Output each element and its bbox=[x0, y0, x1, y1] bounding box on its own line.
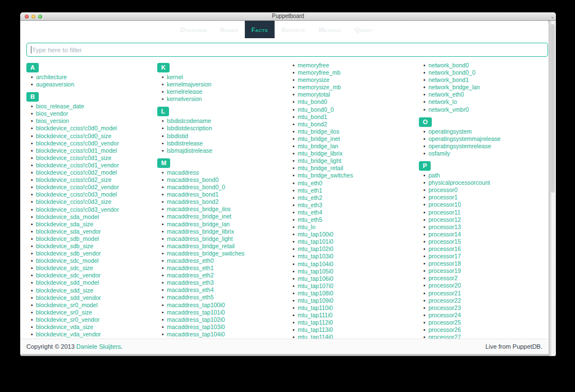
scrollbar-thumb[interactable] bbox=[550, 24, 555, 193]
fact-link[interactable]: blockdevice_sdd_size bbox=[36, 287, 93, 294]
fact-link[interactable]: processor21 bbox=[428, 290, 461, 297]
fact-link[interactable]: network_lo bbox=[428, 98, 457, 106]
fact-link[interactable]: lsbdistid bbox=[167, 133, 188, 140]
fact-link[interactable]: processor17 bbox=[428, 253, 461, 260]
fact-link[interactable]: macaddress_eth3 bbox=[167, 279, 213, 286]
fact-link[interactable]: blockdevice_cciss!c0d2_vendor bbox=[36, 184, 119, 191]
fact-link[interactable]: mtu_eth5 bbox=[298, 216, 322, 224]
fact-link[interactable]: network_bond0_0 bbox=[428, 69, 475, 76]
fact-link[interactable]: macaddress bbox=[167, 169, 199, 176]
fact-link[interactable]: mtu_tap112i0 bbox=[298, 319, 333, 326]
fact-link[interactable]: mtu_bond2 bbox=[298, 121, 327, 128]
fact-link[interactable]: processor25 bbox=[428, 319, 461, 326]
fact-link[interactable]: augeasversion bbox=[36, 81, 74, 88]
fact-link[interactable]: operatingsystem bbox=[428, 128, 472, 135]
fact-link[interactable]: processor26 bbox=[428, 326, 461, 334]
tab-facts[interactable]: Facts bbox=[245, 21, 275, 38]
fact-link[interactable]: mtu_bridge_ilos bbox=[298, 128, 339, 135]
filter-input[interactable] bbox=[26, 43, 548, 57]
fact-link[interactable]: bios_vendor bbox=[36, 110, 68, 117]
fact-link[interactable]: mtu_eth1 bbox=[298, 187, 322, 194]
fact-link[interactable]: mtu_bond0 bbox=[298, 98, 327, 106]
fact-link[interactable]: processor12 bbox=[428, 216, 461, 224]
fact-link[interactable]: macaddress_eth5 bbox=[167, 294, 213, 301]
fact-link[interactable]: blockdevice_cciss!c0d3_vendor bbox=[36, 206, 119, 213]
fact-link[interactable]: kernelversion bbox=[167, 95, 202, 103]
fact-link[interactable]: processor20 bbox=[428, 282, 461, 289]
fact-link[interactable]: processor2 bbox=[428, 275, 458, 282]
fact-link[interactable]: macaddress_bond1 bbox=[167, 191, 218, 198]
navbar-brand[interactable]: Puppetboard bbox=[118, 25, 168, 34]
fact-link[interactable]: processor16 bbox=[428, 245, 461, 253]
fact-link[interactable]: lsbdistrelease bbox=[167, 140, 203, 147]
fact-link[interactable]: processor27 bbox=[428, 334, 461, 339]
tab-metrics[interactable]: Metrics bbox=[312, 21, 348, 38]
fact-link[interactable]: processor1 bbox=[428, 194, 458, 201]
fact-link[interactable]: blockdevice_cciss!c0d2_model bbox=[36, 169, 117, 176]
fact-link[interactable]: blockdevice_cciss!c0d1_vendor bbox=[36, 162, 119, 169]
fact-link[interactable]: macaddress_eth1 bbox=[167, 265, 213, 272]
fact-link[interactable]: kernelrelease bbox=[167, 88, 202, 95]
fact-link[interactable]: blockdevice_vda_size bbox=[36, 323, 93, 331]
author-link[interactable]: Daniele Sluijters bbox=[76, 343, 121, 350]
fact-link[interactable]: processor10 bbox=[428, 201, 461, 208]
fact-link[interactable]: operatingsystemrelease bbox=[428, 143, 491, 150]
fact-link[interactable]: processor11 bbox=[428, 209, 460, 216]
fact-link[interactable]: bios_version bbox=[36, 117, 69, 125]
fact-link[interactable]: mtu_eth0 bbox=[298, 180, 322, 187]
fact-link[interactable]: memoryfree bbox=[298, 62, 329, 69]
fact-link[interactable]: macaddress_bridge_retail bbox=[167, 243, 235, 250]
fact-link[interactable]: macaddress_bridge_lan bbox=[167, 221, 230, 228]
fact-link[interactable]: network_bridge_lan bbox=[428, 84, 480, 91]
fact-link[interactable]: mtu_tap101i0 bbox=[298, 238, 334, 245]
fact-link[interactable]: blockdevice_sdd_model bbox=[36, 279, 99, 286]
fact-link[interactable]: blockdevice_sdc_vendor bbox=[36, 272, 101, 279]
fact-link[interactable]: macaddress_eth0 bbox=[167, 257, 213, 265]
fact-link[interactable]: blockdevice_cciss!c0d3_model bbox=[36, 191, 117, 198]
fact-link[interactable]: lsbdistdescription bbox=[167, 125, 212, 132]
fact-link[interactable]: blockdevice_sdd_vendor bbox=[36, 294, 101, 302]
fact-link[interactable]: mtu_bond1 bbox=[298, 113, 327, 121]
fact-link[interactable]: osfamily bbox=[428, 150, 450, 157]
tab-reports[interactable]: Reports bbox=[275, 21, 312, 38]
fact-link[interactable]: network_bond1 bbox=[428, 76, 469, 84]
fact-link[interactable]: mtu_bridge_librix bbox=[298, 150, 343, 157]
fact-link[interactable]: macaddress_eth2 bbox=[167, 272, 213, 279]
fact-link[interactable]: mtu_tap114i0 bbox=[298, 334, 333, 339]
fact-link[interactable]: processor22 bbox=[428, 297, 461, 304]
fact-link[interactable]: processor24 bbox=[428, 312, 461, 319]
fact-link[interactable]: macaddress_tap105i0 bbox=[167, 338, 225, 339]
fact-link[interactable]: mtu_bridge_retail bbox=[298, 165, 343, 172]
scrollbar[interactable] bbox=[549, 21, 556, 356]
fact-link[interactable]: processor18 bbox=[428, 260, 461, 267]
fact-link[interactable]: blockdevice_sda_size bbox=[36, 221, 93, 228]
fact-link[interactable]: blockdevice_vdb_size bbox=[36, 338, 93, 339]
fact-link[interactable]: blockdevice_sdb_model bbox=[36, 235, 99, 243]
fact-link[interactable]: blockdevice_cciss!c0d0_model bbox=[36, 125, 117, 132]
fact-link[interactable]: lsbdistcodename bbox=[167, 117, 211, 125]
fact-link[interactable]: blockdevice_cciss!c0d0_vendor bbox=[36, 140, 119, 147]
fact-link[interactable]: macaddress_tap104i0 bbox=[167, 331, 225, 338]
fact-link[interactable]: blockdevice_sdb_vendor bbox=[36, 250, 101, 257]
fact-link[interactable]: mtu_tap113i0 bbox=[298, 326, 333, 334]
fact-link[interactable]: blockdevice_sdc_model bbox=[36, 257, 98, 265]
fact-link[interactable]: memoryfree_mb bbox=[298, 69, 340, 76]
window-titlebar[interactable]: Puppetboard bbox=[20, 12, 556, 21]
fact-link[interactable]: mtu_bridge_switches bbox=[298, 172, 353, 179]
fact-link[interactable]: mtu_bridge_light bbox=[298, 157, 341, 165]
fact-link[interactable]: macaddress_tap102i0 bbox=[167, 316, 225, 323]
fact-link[interactable]: macaddress_bridge_inet bbox=[167, 213, 231, 220]
fact-link[interactable]: memorysize bbox=[298, 76, 330, 84]
fact-link[interactable]: processor13 bbox=[428, 224, 461, 231]
fact-link[interactable]: lsbmajdistrelease bbox=[167, 147, 212, 154]
fact-link[interactable]: macaddress_bond2 bbox=[167, 198, 218, 206]
fact-link[interactable]: mtu_tap109i0 bbox=[298, 297, 334, 304]
fact-link[interactable]: mtu_tap107i0 bbox=[298, 282, 334, 290]
fact-link[interactable]: blockdevice_cciss!c0d1_model bbox=[36, 147, 117, 154]
fact-link[interactable]: processor23 bbox=[428, 304, 461, 312]
fact-link[interactable]: mtu_tap104i0 bbox=[298, 261, 334, 268]
fact-link[interactable]: kernel bbox=[167, 74, 183, 81]
fact-link[interactable]: mtu_bridge_inet bbox=[298, 135, 340, 143]
fact-link[interactable]: blockdevice_sdc_size bbox=[36, 265, 93, 272]
fact-link[interactable]: operatingsystemmajrelease bbox=[428, 135, 500, 143]
